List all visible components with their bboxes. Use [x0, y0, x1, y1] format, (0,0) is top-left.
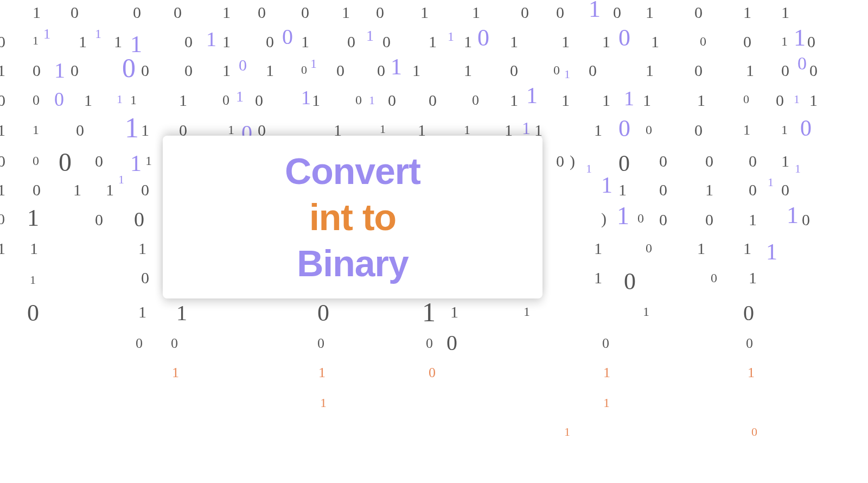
bg-digit: 0: [76, 122, 84, 138]
bg-digit: 1: [130, 152, 142, 175]
bg-digit: 0: [0, 92, 5, 109]
bg-digit: 1: [30, 274, 36, 286]
bg-digit: 0: [222, 93, 229, 107]
bg-digit: 0: [751, 426, 757, 438]
bg-digit: 0: [33, 62, 41, 79]
bg-digit: 0: [301, 4, 309, 21]
bg-digit: 0: [776, 92, 784, 109]
bg-digit: 0: [446, 332, 457, 354]
bg-digit: 1: [781, 123, 788, 136]
title-card: Convert int to Binary: [163, 136, 542, 298]
bg-digit: 0: [646, 123, 652, 136]
bg-digit: 1: [781, 35, 788, 48]
bg-digit: 1: [391, 55, 402, 78]
bg-digit: 1: [618, 182, 627, 198]
bg-digit: 0: [255, 92, 263, 109]
bg-digit: 0: [743, 34, 751, 50]
bg-digit: 0: [781, 62, 789, 79]
bg-digit: 0: [743, 302, 754, 324]
bg-digit: 1: [768, 176, 774, 188]
bg-digit: 1: [743, 240, 751, 257]
bg-digit: 1: [172, 366, 179, 380]
bg-digit: 1: [145, 154, 152, 167]
bg-digit: 1: [602, 92, 610, 109]
bg-digit: 0: [136, 336, 143, 351]
bg-digit: 0: [239, 57, 247, 73]
bg-digit: 0: [388, 92, 396, 109]
bg-digit: 0: [510, 62, 518, 79]
bg-digit: 1: [33, 123, 39, 136]
bg-digit: ): [570, 153, 575, 169]
bg-digit: 0: [618, 152, 630, 175]
bg-digit: 1: [117, 93, 123, 105]
bg-digit: 1: [651, 34, 659, 50]
bg-digit: 1: [564, 426, 570, 438]
bg-digit: 1: [27, 206, 39, 230]
bg-digit: 1: [114, 34, 122, 50]
bg-digit: 1: [697, 240, 705, 257]
bg-digit: 0: [0, 34, 5, 50]
bg-digit: 1: [130, 93, 137, 106]
bg-digit: 0: [33, 154, 39, 167]
bg-digit: 1: [586, 163, 592, 175]
bg-digit: 1: [794, 26, 806, 50]
bg-digit: 1: [369, 94, 375, 106]
bg-digit: 0: [589, 62, 597, 79]
bg-digit: 1: [125, 114, 139, 142]
bg-digit: 0: [521, 4, 529, 21]
bg-digit: 0: [141, 270, 149, 286]
bg-digit: 1: [84, 92, 92, 109]
bg-digit: 1: [624, 88, 634, 109]
bg-digit: 1: [138, 304, 146, 320]
bg-digit: 0: [556, 4, 564, 21]
bg-digit: 0: [659, 212, 667, 228]
bg-digit: 1: [646, 62, 654, 79]
bg-digit: 1: [266, 62, 274, 79]
bg-digit: 0: [743, 93, 749, 105]
title-line-3: Binary: [297, 240, 409, 287]
bg-digit: 1: [228, 123, 234, 136]
bg-digit: 1: [106, 182, 114, 198]
bg-digit: 0: [355, 93, 362, 106]
bg-digit: 1: [222, 34, 231, 50]
bg-digit: 0: [258, 4, 266, 21]
bg-digit: 1: [422, 298, 436, 326]
bg-digit: 1: [617, 204, 629, 228]
bg-digit: 1: [30, 240, 38, 257]
bg-digit: 0: [429, 92, 437, 109]
bg-digit: 1: [464, 123, 470, 136]
bg-digit: 1: [464, 34, 472, 50]
bg-digit: 1: [366, 28, 374, 43]
bg-digit: 1: [561, 92, 570, 109]
bg-digit: 0: [184, 62, 193, 79]
bg-digit: 0: [618, 117, 630, 141]
bg-digit: 1: [342, 4, 350, 21]
bg-digit: 1: [749, 270, 757, 286]
bg-digit: 0: [174, 4, 182, 21]
bg-digit: 1: [510, 92, 518, 109]
bg-digit: 1: [33, 35, 39, 47]
title-line-1: Convert: [285, 148, 420, 194]
bg-digit: 1: [795, 163, 801, 175]
bg-digit: 0: [71, 4, 79, 21]
bg-digit: 1: [0, 122, 5, 138]
bg-digit: 1: [176, 302, 187, 324]
bg-digit: 0: [705, 212, 713, 228]
bg-digit: 1: [472, 4, 480, 21]
bg-digit: 0: [809, 62, 818, 79]
bg-digit: 1: [601, 174, 612, 196]
bg-digit: 1: [787, 204, 799, 227]
bg-digit: 1: [524, 305, 530, 318]
bg-digit: 1: [118, 174, 124, 186]
bg-digit: 1: [54, 60, 65, 81]
bg-digit: 0: [781, 182, 789, 198]
bg-digit: 1: [749, 212, 757, 228]
bg-digit: 1: [589, 0, 601, 21]
bg-digit: 0: [556, 153, 564, 169]
bg-digit: 0: [426, 336, 433, 351]
bg-digit: 1: [43, 27, 50, 41]
bg-digit: 0: [382, 34, 391, 50]
bg-digit: 1: [594, 270, 602, 286]
bg-digit: 0: [133, 4, 141, 21]
bg-digit: 1: [450, 304, 458, 320]
